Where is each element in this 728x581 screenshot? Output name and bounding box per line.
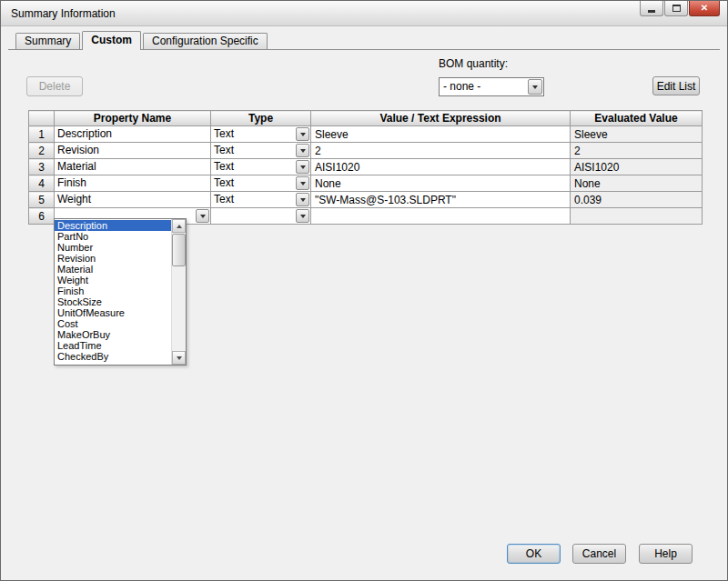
- titlebar[interactable]: Summary Information ✕: [1, 1, 727, 26]
- bom-quantity-dropdown-button[interactable]: [528, 79, 542, 95]
- scrollbar[interactable]: [171, 219, 186, 365]
- type-cell[interactable]: Text: [211, 175, 311, 192]
- property-list-item[interactable]: Description: [55, 220, 171, 231]
- property-list-item[interactable]: StockSize: [55, 296, 171, 307]
- property-name-text: Description: [55, 126, 210, 142]
- corner-header: [29, 111, 55, 126]
- window-title: Summary Information: [11, 7, 116, 20]
- chevron-down-icon: [177, 356, 182, 360]
- chevron-down-icon: [300, 198, 306, 202]
- property-name-dropdown-list: DescriptionPartNoNumberRevisionMaterialW…: [54, 218, 187, 366]
- evaluated-value-cell: AISI1020: [571, 159, 703, 175]
- help-button[interactable]: Help: [639, 544, 693, 564]
- chevron-down-icon: [300, 182, 306, 185]
- value-expression-cell[interactable]: [311, 208, 571, 225]
- property-name-text: Revision: [55, 143, 210, 158]
- type-dropdown-button[interactable]: [296, 144, 309, 157]
- type-cell[interactable]: Text: [211, 126, 311, 143]
- column-header-evaluated: Evaluated Value: [571, 111, 703, 126]
- evaluated-value-cell: Sleeve: [571, 126, 703, 143]
- row-number[interactable]: 1: [29, 126, 55, 143]
- property-name-text: Material: [55, 159, 210, 175]
- cancel-button[interactable]: Cancel: [572, 544, 626, 564]
- row-number[interactable]: 6: [29, 208, 55, 225]
- type-text: Text: [211, 143, 295, 158]
- window-controls: ✕: [639, 1, 720, 16]
- row-number[interactable]: 4: [29, 175, 55, 192]
- property-list-item[interactable]: Cost: [55, 318, 171, 329]
- type-dropdown-button[interactable]: [296, 193, 309, 206]
- close-icon: ✕: [701, 4, 708, 13]
- type-text: Text: [211, 159, 295, 175]
- property-name-cell[interactable]: Finish: [55, 175, 211, 192]
- row-number[interactable]: 5: [29, 192, 55, 208]
- summary-information-dialog: Summary Information ✕ Summary Custom Con…: [0, 0, 728, 581]
- property-list-item[interactable]: Material: [55, 264, 171, 275]
- evaluated-value-cell: [571, 208, 703, 225]
- property-list-item[interactable]: PartNo: [55, 231, 171, 242]
- tab-summary[interactable]: Summary: [15, 33, 80, 49]
- bom-quantity-value: - none -: [440, 78, 527, 95]
- property-name-cell[interactable]: Description: [55, 126, 211, 143]
- evaluated-value-cell: 0.039: [571, 192, 703, 208]
- property-list-item[interactable]: Number: [55, 242, 171, 253]
- minimize-icon: [648, 10, 655, 13]
- chevron-down-icon: [200, 215, 206, 218]
- property-list-item[interactable]: Revision: [55, 253, 171, 264]
- column-header-property-name: Property Name: [55, 111, 211, 126]
- type-cell[interactable]: Text: [211, 143, 311, 159]
- property-name-dropdown-button[interactable]: [196, 209, 209, 223]
- type-dropdown-button[interactable]: [296, 160, 309, 174]
- property-name-cell[interactable]: Material: [55, 159, 211, 175]
- maximize-button[interactable]: [664, 1, 688, 16]
- type-cell[interactable]: Text: [211, 159, 311, 175]
- table-row: 1DescriptionTextSleeveSleeve: [29, 126, 703, 143]
- value-expression-cell[interactable]: None: [311, 175, 571, 192]
- edit-list-button[interactable]: Edit List: [652, 76, 700, 95]
- delete-button[interactable]: Delete: [26, 76, 83, 96]
- scroll-down-button[interactable]: [172, 351, 186, 365]
- tab-custom[interactable]: Custom: [82, 31, 141, 50]
- value-expression-cell[interactable]: 2: [311, 143, 571, 159]
- type-text: [211, 208, 295, 224]
- chevron-down-icon: [300, 165, 306, 169]
- type-cell[interactable]: Text: [211, 192, 311, 208]
- property-list-item[interactable]: UnitOfMeasure: [55, 307, 171, 318]
- column-header-type: Type: [211, 111, 311, 126]
- value-expression-cell[interactable]: "SW-Mass@S-103.SLDPRT": [311, 192, 571, 208]
- type-text: Text: [211, 126, 295, 142]
- row-number[interactable]: 3: [29, 159, 55, 175]
- table-row: 2RevisionText22: [29, 143, 703, 159]
- chevron-up-icon: [177, 225, 182, 228]
- value-expression-cell[interactable]: Sleeve: [311, 126, 571, 143]
- type-cell[interactable]: [211, 208, 311, 225]
- property-name-cell[interactable]: Revision: [55, 143, 211, 159]
- value-expression-cell[interactable]: AISI1020: [311, 159, 571, 175]
- property-name-cell[interactable]: Weight: [55, 192, 211, 208]
- type-text: Text: [211, 175, 295, 191]
- property-list-item[interactable]: Weight: [55, 275, 171, 285]
- maximize-icon: [672, 5, 681, 12]
- property-list-item[interactable]: MakeOrBuy: [55, 329, 171, 340]
- table-header-row: Property Name Type Value / Text Expressi…: [29, 111, 703, 126]
- scroll-up-button[interactable]: [172, 219, 186, 233]
- close-button[interactable]: ✕: [689, 1, 720, 16]
- property-name-text: Finish: [55, 175, 210, 191]
- row-number[interactable]: 2: [29, 143, 55, 159]
- property-list-item[interactable]: CheckedBy: [55, 351, 171, 362]
- bom-quantity-label: BOM quantity:: [439, 57, 508, 70]
- type-dropdown-button[interactable]: [296, 209, 309, 223]
- tab-configuration-specific[interactable]: Configuration Specific: [143, 33, 268, 49]
- property-list-item[interactable]: LeadTime: [55, 340, 171, 351]
- minimize-button[interactable]: [640, 1, 663, 16]
- ok-button[interactable]: OK: [507, 544, 561, 564]
- table-row: 5WeightText"SW-Mass@S-103.SLDPRT"0.039: [29, 192, 703, 208]
- scrollbar-track[interactable]: [172, 233, 186, 351]
- evaluated-value-cell: 2: [571, 143, 703, 159]
- tab-strip: Summary Custom Configuration Specific: [15, 30, 269, 50]
- bom-quantity-select[interactable]: - none -: [439, 77, 544, 96]
- type-dropdown-button[interactable]: [296, 127, 309, 141]
- type-dropdown-button[interactable]: [296, 176, 309, 190]
- property-list-item[interactable]: Finish: [55, 285, 171, 296]
- scrollbar-thumb[interactable]: [172, 234, 186, 266]
